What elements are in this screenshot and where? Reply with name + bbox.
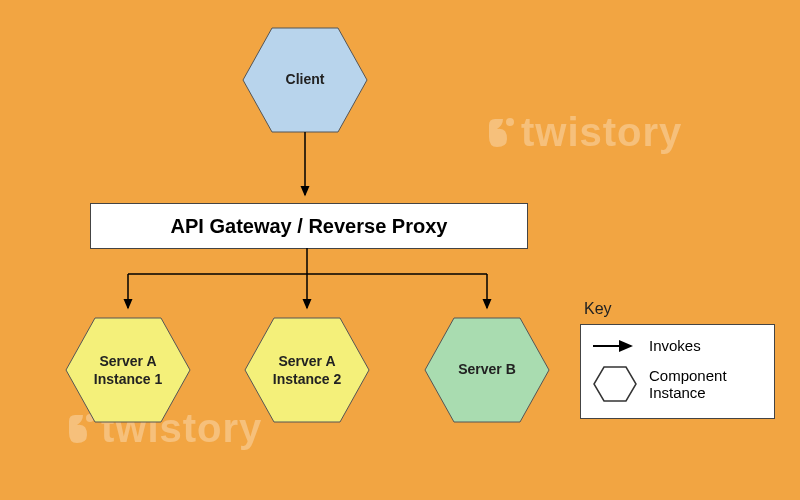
legend: Key Invokes ComponentInstance — [580, 300, 775, 419]
server-a1-node: Server AInstance 1 — [63, 315, 193, 425]
client-label: Client — [260, 71, 350, 89]
server-b-label: Server B — [442, 361, 532, 379]
arrows-gateway-to-servers — [70, 248, 550, 320]
legend-invokes-label: Invokes — [649, 337, 701, 354]
server-a1-label: Server AInstance 1 — [83, 353, 173, 388]
server-a2-node: Server AInstance 2 — [242, 315, 372, 425]
arrow-client-to-gateway — [300, 132, 320, 204]
legend-component-label: ComponentInstance — [649, 367, 727, 401]
legend-title: Key — [580, 300, 775, 318]
legend-row-invokes: Invokes — [591, 337, 764, 354]
svg-point-0 — [506, 118, 514, 126]
legend-panel: Invokes ComponentInstance — [580, 324, 775, 419]
client-node: Client — [240, 25, 370, 135]
server-b-node: Server B — [422, 315, 552, 425]
svg-marker-13 — [594, 367, 636, 401]
hexagon-icon — [591, 364, 639, 404]
watermark-icon — [485, 113, 519, 158]
legend-row-component: ComponentInstance — [591, 364, 764, 404]
watermark: twistory — [485, 110, 682, 158]
gateway-node: API Gateway / Reverse Proxy — [90, 203, 528, 249]
server-a2-label: Server AInstance 2 — [262, 353, 352, 388]
gateway-label: API Gateway / Reverse Proxy — [171, 215, 448, 237]
arrow-icon — [591, 338, 639, 354]
